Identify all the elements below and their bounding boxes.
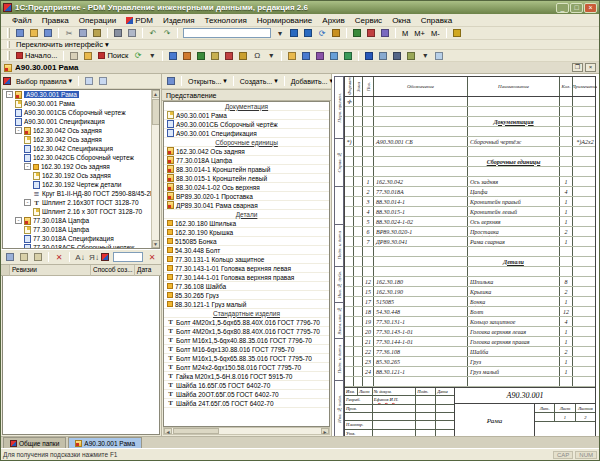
save-icon[interactable] [42, 28, 54, 39]
maximize-button[interactable]: □ [570, 3, 583, 13]
sort-desc-icon[interactable]: Я↓ [88, 252, 100, 263]
tree-item-4[interactable]: -162.30.042 Ось задняя [3, 126, 159, 135]
list-item-1[interactable]: А90.30.001 Рама [164, 111, 329, 120]
menu-item-1[interactable]: Правка [37, 15, 74, 26]
spec-row-26[interactable]: 2385.30.265Груз1 [345, 357, 595, 367]
toolbar-grip[interactable] [7, 41, 10, 48]
menu-item-10[interactable]: Справка [416, 15, 457, 26]
scroll-left-icon[interactable]: ◄ [164, 428, 172, 434]
list-item-17[interactable]: 77.30.131-1 Кольцо защитное [164, 255, 329, 264]
spec-row-20[interactable]: 17515085Бонка1 [345, 297, 595, 307]
table-icon[interactable] [377, 50, 389, 61]
expander-icon[interactable]: - [24, 163, 31, 170]
sum-dropdown-icon[interactable]: ▾ [265, 50, 277, 61]
spec-row-9[interactable]: 277.30.018АЦапфа4 [345, 187, 595, 197]
list-item-26[interactable]: ТБолт М16х1,5-6gх40.88.35.016 ГОСТ 7796-… [164, 336, 329, 345]
list-item-10[interactable]: ВР89.30.020-1 Проставка [164, 192, 329, 201]
tree-item-8[interactable]: -162.30.192 Ось задняя [3, 162, 159, 171]
spec-row-13[interactable]: 6ВР89.30.020-1Проставка2 [345, 227, 595, 237]
history-icon[interactable] [330, 28, 342, 39]
spec-row-19[interactable]: 15162.30.190Крышка2 [345, 287, 595, 297]
tip-icon[interactable] [451, 28, 463, 39]
spec-row-27[interactable]: 2488.30.121-1Груз малый1 [345, 367, 595, 377]
add-button[interactable]: Добавить... ▾ [288, 77, 336, 85]
sort-asc-icon[interactable]: А↓ [74, 252, 86, 263]
tree-item-11[interactable]: ≡Круг В1-II-НД-80 ГОСТ 2590-88/45-2ГП... [3, 189, 159, 198]
expander-icon[interactable]: - [6, 91, 13, 98]
add-revision-icon[interactable] [18, 252, 30, 263]
grid-icon[interactable] [391, 50, 403, 61]
switch-interface-button[interactable]: Переключить интерфейс ▾ [13, 40, 112, 49]
list-item-16[interactable]: 54.30.448 Болт [164, 246, 329, 255]
list-item-3[interactable]: А90.30.001 Спецификация [164, 129, 329, 138]
list-item-21[interactable]: 85.30.265 Груз [164, 291, 329, 300]
tree-item-14[interactable]: -77.30.018А Цапфа [3, 216, 159, 225]
refresh-green-icon[interactable]: ⟳ [132, 50, 144, 61]
users-icon[interactable] [300, 50, 312, 61]
menu-item-8[interactable]: Сервис [350, 15, 387, 26]
open-icon[interactable] [28, 28, 40, 39]
redo-icon[interactable]: ↷ [161, 28, 173, 39]
open-button[interactable]: Открыть... ▾ [185, 77, 230, 85]
spec-row-2[interactable]: Документация [345, 117, 595, 127]
list-item-24[interactable]: ТБолт 4М20х1,5-6gх65.88.40Х.016 ГОСТ 779… [164, 318, 329, 327]
spec-row-15[interactable] [345, 247, 595, 257]
revision-col-revizii[interactable]: Ревизии [10, 265, 91, 276]
spec-row-7[interactable] [345, 167, 595, 177]
m-plus-button[interactable]: М+ [411, 29, 428, 38]
totals-table-icon[interactable] [365, 28, 377, 39]
list-item-22[interactable]: 88.30.121-1 Груз малый [164, 300, 329, 309]
list-item-32[interactable]: ТШайба 20ОТ.65Г.05 ГОСТ 6402-70 [164, 390, 329, 399]
spec-row-14[interactable]: 7ДР89.30.041Рама сварная1 [345, 237, 595, 247]
spec-row-1[interactable] [345, 107, 595, 117]
list-item-11[interactable]: ДР89.30.041 Рама сварная [164, 201, 329, 210]
revision-col-data[interactable]: Дата [135, 265, 161, 276]
globe-icon[interactable] [314, 50, 326, 61]
scroll-thumb[interactable] [152, 99, 160, 125]
spec-row-25[interactable]: 2277.36.108Шайба2 [345, 347, 595, 357]
spec-row-17[interactable] [345, 267, 595, 277]
spec-row-12[interactable]: 588.30.024-1-02Ось верхняя1 [345, 217, 595, 227]
tree-item-10[interactable]: 162.30.192 Чертеж детали [3, 180, 159, 189]
copy-icon[interactable] [77, 28, 89, 39]
list-item-20[interactable]: 77.36.108 Шайба [164, 282, 329, 291]
spec-row-18[interactable]: 12162.30.180Шпилька8 [345, 277, 595, 287]
spec-row-4[interactable]: *)А90.30.001 СБСборочный чертёж*)А2х2 [345, 137, 595, 147]
report-icon[interactable] [405, 50, 417, 61]
tree-scrollbar[interactable]: ▲ ▼ [151, 90, 159, 248]
tree-item-15[interactable]: 77.30.018А Цапфа [3, 225, 159, 234]
list-item-19[interactable]: 77.30.144-1-01 Головка верхняя правая [164, 273, 329, 282]
paste-icon[interactable] [91, 28, 103, 39]
delete-icon[interactable]: ✕ [53, 252, 65, 263]
tree-item-12[interactable]: -ТШплинт 2.16х30Т ГОСТ 3128-70 [3, 198, 159, 207]
spec-row-24[interactable]: 2177.30.144-1-01Головка верхняя правая1 [345, 337, 595, 347]
close-button[interactable]: × [584, 3, 597, 13]
spec-row-6[interactable]: Сборочные единицы [345, 157, 595, 167]
tree-item-16[interactable]: 77.30.018А Спецификация [3, 234, 159, 243]
tree-item-2[interactable]: А90.30.001СБ Сборочный чертеж [3, 108, 159, 117]
tree-item-7[interactable]: 162.30.042СБ Сборочный чертеж [3, 153, 159, 162]
rule-select-button[interactable]: Выбор правила ▾ [13, 77, 75, 85]
m-button[interactable]: М [399, 29, 411, 38]
menu-item-5[interactable]: Технология [199, 15, 251, 26]
docs-icon[interactable] [237, 50, 249, 61]
scroll-up-icon[interactable]: ▲ [152, 90, 160, 98]
list-item-5[interactable]: 162.30.042 Ось задняя [164, 147, 329, 156]
list-item-33[interactable]: ТШайба 24Т.65Г.05 ГОСТ 6402-70 [164, 399, 329, 408]
spec-row-21[interactable]: 1854.30.448Болт12 [345, 307, 595, 317]
folder-yellow-icon[interactable] [286, 50, 298, 61]
list-item-15[interactable]: 515085 Бонка [164, 237, 329, 246]
folder-icon[interactable] [82, 50, 94, 61]
scroll-thumb[interactable] [173, 428, 219, 434]
mail-icon[interactable] [209, 50, 221, 61]
list-item-25[interactable]: ТБолт 4М20х1,5-6gх80.88.40Х.016 ГОСТ 779… [164, 327, 329, 336]
spec-row-3[interactable] [345, 127, 595, 137]
tab-common-folders[interactable]: Общие папки [3, 437, 66, 448]
representation-header[interactable]: Представление [162, 89, 331, 101]
new-object-icon[interactable] [167, 50, 179, 61]
copy-revision-icon[interactable] [32, 252, 44, 263]
list-item-18[interactable]: 77.30.143-1-01 Головка верхняя левая [164, 264, 329, 273]
spec-row-5[interactable] [345, 147, 595, 157]
group-icon[interactable] [342, 50, 354, 61]
scroll-right-icon[interactable]: ► [321, 428, 329, 434]
